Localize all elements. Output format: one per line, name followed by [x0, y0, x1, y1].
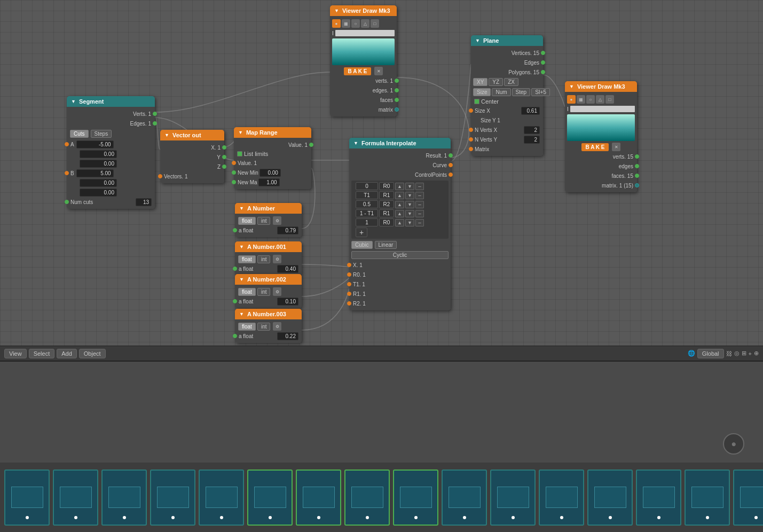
preview-thumb-5[interactable]: [199, 470, 244, 526]
viewer2-edges-row: edges: [565, 161, 637, 171]
linear-button[interactable]: Linear: [375, 241, 397, 249]
anumber-int-button[interactable]: int: [257, 217, 271, 225]
num-button[interactable]: Num: [492, 88, 510, 96]
step-button[interactable]: Step: [512, 88, 531, 96]
segment-b-row1: B: [67, 168, 155, 178]
viewer1-bake-button[interactable]: B A K E: [344, 67, 372, 75]
b-val3-input[interactable]: [80, 189, 117, 197]
node-formula: ▼ Formula Interpolate Result. 1 Curve Co…: [349, 138, 451, 310]
vector-x-socket: [222, 145, 226, 150]
anumber-settings-icon[interactable]: ⚙: [273, 216, 281, 225]
cyclic-button[interactable]: Cyclic: [351, 251, 449, 259]
viewer2-faces-row: faces. 15: [565, 171, 637, 181]
viewer2-verts-row: verts. 15: [565, 152, 637, 161]
anumber003-float-button[interactable]: float: [238, 323, 256, 331]
b-val2-input[interactable]: [80, 179, 117, 187]
anumber001-settings-icon[interactable]: ⚙: [273, 255, 281, 263]
steps-button[interactable]: Steps: [91, 130, 112, 138]
node-viewer2: ▼ Viewer Draw Mk3 ● ▦ ○ △ □ I B A K E ✕ …: [565, 81, 637, 192]
cuts-button[interactable]: Cuts: [70, 130, 89, 138]
node-editor[interactable]: ▼ Segment Verts. 1 Edges. 1 Cuts Steps A: [0, 0, 763, 361]
a-socket: [65, 142, 69, 146]
object-button[interactable]: Object: [79, 349, 106, 358]
preview-thumb-4[interactable]: [150, 470, 195, 526]
numcuts-socket: [65, 200, 69, 204]
preview-thumb-6[interactable]: [247, 470, 293, 526]
viewer2-icon-camera: ●: [567, 95, 576, 104]
preview-thumb-12[interactable]: [539, 470, 584, 526]
anumber002-int-button[interactable]: int: [257, 288, 271, 296]
b-val1-input[interactable]: [76, 169, 114, 177]
map-range-body: Value. 1 List limits Value. 1 New Min Ne…: [234, 138, 311, 189]
preview-thumb-14[interactable]: [636, 470, 681, 526]
map-newmax-input[interactable]: [258, 178, 280, 186]
formula-r0-socket: [347, 272, 351, 277]
preview-thumb-16[interactable]: [733, 470, 763, 526]
cp-row-1: 1 R0 ▲ ▼ −: [352, 218, 447, 227]
select-button[interactable]: Select: [29, 349, 55, 358]
anumber003-socket: [233, 334, 237, 338]
anumber003-int-button[interactable]: int: [257, 323, 271, 331]
viewer2-icon2: ○: [586, 95, 595, 104]
plane-nvertsx-input[interactable]: [524, 126, 540, 134]
anumber003-val-input[interactable]: [277, 332, 298, 340]
map-newmin-input[interactable]: [259, 169, 281, 177]
plane-mode-row: Size Num Step SI+5: [471, 87, 543, 97]
viewport[interactable]: ⊕: [0, 361, 763, 532]
a-val1-input[interactable]: [76, 140, 114, 148]
preview-thumb-13[interactable]: [587, 470, 633, 526]
formula-r2-row: R2. 1: [349, 299, 451, 308]
formula-add-cp-button[interactable]: +: [356, 228, 367, 237]
nav-compass[interactable]: ⊕: [723, 433, 744, 455]
anumber001-val-input[interactable]: [277, 265, 298, 273]
node-editor-toolbar: View Select Add Object 🌐 Global ⛓ ◎ ⊞ + …: [0, 346, 763, 361]
segment-title: Segment: [79, 98, 104, 105]
formula-curve-socket: [449, 163, 453, 167]
preview-thumb-9[interactable]: [393, 470, 438, 526]
size-button[interactable]: Size: [473, 88, 491, 96]
anumber-float-button[interactable]: float: [238, 217, 256, 225]
anumber002-val-input[interactable]: [277, 298, 298, 306]
plane-center-check[interactable]: [474, 99, 479, 104]
cp-row-t1: T1 R1 ▲ ▼ −: [352, 191, 447, 200]
viewer1-title: Viewer Draw Mk3: [342, 7, 390, 14]
anumber001-float-button[interactable]: float: [238, 255, 256, 263]
vector-out-title: Vector out: [172, 132, 201, 138]
segment-a-row3: [67, 159, 155, 168]
cubic-button[interactable]: Cubic: [351, 241, 373, 249]
anumber003-body: float int ⚙ a float: [235, 319, 302, 343]
preview-thumb-3[interactable]: [101, 470, 147, 526]
a-val2-input[interactable]: [80, 150, 117, 158]
add-button[interactable]: Add: [57, 349, 77, 358]
anumber002-settings-icon[interactable]: ⚙: [273, 287, 281, 296]
plane-sizex-input[interactable]: [521, 107, 540, 115]
global-button[interactable]: Global: [697, 349, 724, 358]
anumber001-int-button[interactable]: int: [257, 255, 271, 263]
viewer2-header: ▼ Viewer Draw Mk3: [565, 81, 637, 92]
preview-thumb-2[interactable]: [53, 470, 98, 526]
vector-out-header: ▼ Vector out: [160, 130, 224, 140]
viewer2-bake-button[interactable]: B A K E: [581, 143, 609, 151]
viewer2-bake-icon[interactable]: ✕: [612, 143, 620, 151]
plane-nvertsy-input[interactable]: [524, 136, 540, 144]
b-socket: [65, 171, 69, 175]
preview-thumb-10[interactable]: [442, 470, 487, 526]
vector-x-row: X. 1: [160, 143, 224, 152]
anumber002-float-button[interactable]: float: [238, 288, 256, 296]
anumber003-settings-icon[interactable]: ⚙: [273, 322, 281, 331]
yz-button[interactable]: YZ: [489, 78, 503, 86]
list-limits-check[interactable]: [237, 151, 242, 157]
preview-thumb-8[interactable]: [344, 470, 390, 526]
map-value2-socket: [232, 161, 236, 165]
preview-thumb-1[interactable]: [4, 470, 50, 526]
anumber-val-input[interactable]: [277, 226, 298, 234]
xy-button[interactable]: XY: [473, 78, 487, 86]
zx-button[interactable]: ZX: [504, 78, 518, 86]
a-val3-input[interactable]: [80, 160, 117, 168]
si5-button[interactable]: SI+5: [531, 88, 550, 96]
preview-thumb-7[interactable]: [296, 470, 341, 526]
preview-thumb-11[interactable]: [490, 470, 536, 526]
viewer1-bake-icon[interactable]: ✕: [374, 67, 383, 75]
view-button[interactable]: View: [4, 349, 27, 358]
preview-thumb-15[interactable]: [685, 470, 730, 526]
